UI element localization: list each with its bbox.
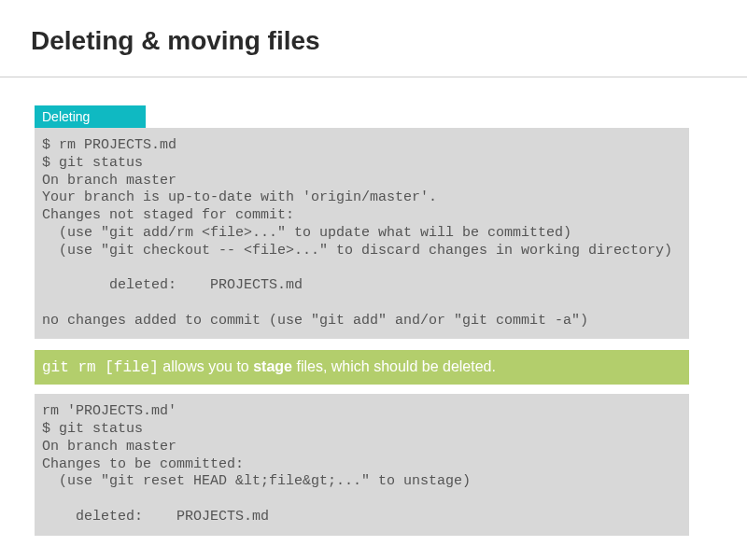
page-title: Deleting & moving files (0, 0, 747, 77)
slide-content: Deleting $ rm PROJECTS.md $ git status O… (0, 77, 747, 536)
callout-text-2: files, which should be deleted. (292, 358, 496, 374)
callout-text-1: allows you to (159, 358, 253, 374)
callout-git-rm: git rm [file] allows you to stage files,… (35, 350, 689, 385)
section-label-deleting: Deleting (35, 105, 146, 128)
code-block-rm-status: $ rm PROJECTS.md $ git status On branch … (35, 128, 689, 339)
callout-command: git rm [file] (42, 359, 159, 376)
code-block-git-rm-status: rm 'PROJECTS.md' $ git status On branch … (35, 394, 689, 535)
callout-bold: stage (253, 358, 292, 374)
